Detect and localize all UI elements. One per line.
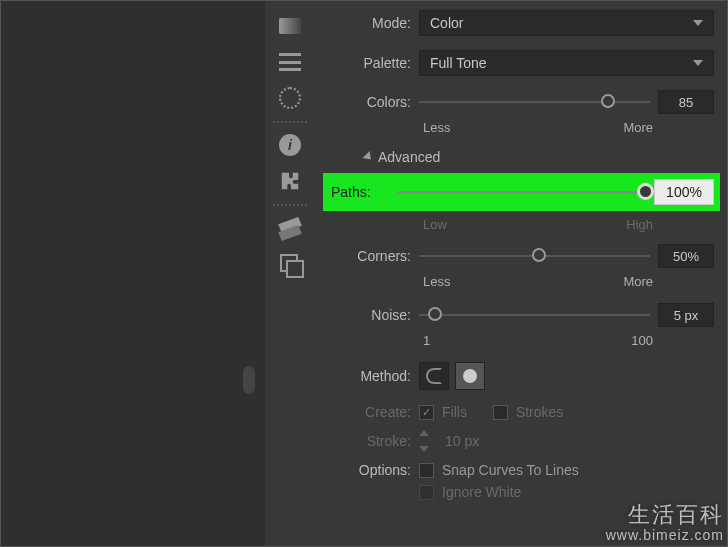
advanced-heading[interactable]: Advanced — [365, 149, 714, 165]
palette-select[interactable]: Full Tone — [419, 50, 714, 76]
corners-range-labels: Less More — [423, 274, 653, 289]
corners-slider[interactable] — [419, 246, 650, 266]
mode-row: Mode: Color — [329, 10, 714, 36]
noise-min-label: 1 — [423, 333, 430, 348]
strokes-label: Strokes — [516, 404, 563, 420]
disclosure-triangle-icon — [362, 151, 374, 163]
options-panel: Mode: Color Palette: Full Tone Colors: 8… — [315, 0, 728, 547]
puzzle-icon[interactable] — [272, 163, 308, 199]
paths-max-label: High — [626, 217, 653, 232]
slider-thumb[interactable] — [532, 248, 546, 262]
colors-row: Colors: 85 — [329, 90, 714, 114]
colors-range-labels: Less More — [423, 120, 653, 135]
panel-drag-handle[interactable] — [243, 366, 255, 394]
chevron-down-icon — [693, 60, 703, 66]
watermark-text-1: 生活百科 — [606, 503, 724, 527]
mode-label: Mode: — [329, 15, 411, 31]
two-rects-icon[interactable] — [272, 246, 308, 282]
method-row: Method: — [329, 362, 714, 390]
stroke-stepper[interactable] — [419, 430, 437, 452]
slider-thumb[interactable] — [637, 183, 654, 200]
noise-label: Noise: — [329, 307, 411, 323]
create-label: Create: — [329, 404, 411, 420]
corners-label: Corners: — [329, 248, 411, 264]
watermark: 生活百科 www.bimeiz.com — [606, 503, 724, 543]
corners-max-label: More — [623, 274, 653, 289]
info-icon[interactable]: i — [272, 127, 308, 163]
colors-slider[interactable] — [419, 92, 650, 112]
noise-slider[interactable] — [419, 305, 650, 325]
advanced-heading-text: Advanced — [378, 149, 440, 165]
paths-label: Paths: — [329, 184, 389, 200]
paths-min-label: Low — [423, 217, 447, 232]
slider-thumb[interactable] — [428, 307, 442, 321]
dotted-circle-icon[interactable] — [272, 80, 308, 116]
palette-row: Palette: Full Tone — [329, 50, 714, 76]
mode-value: Color — [430, 15, 463, 31]
strokes-checkbox[interactable] — [493, 405, 508, 420]
paths-value[interactable]: 100% — [654, 179, 714, 205]
vertical-toolbar: i — [265, 0, 315, 547]
snap-checkbox[interactable] — [419, 463, 434, 478]
stroke-value: 10 px — [445, 433, 479, 449]
create-row: Create: Fills Strokes — [329, 404, 714, 420]
toolbar-separator — [272, 120, 308, 123]
layers-icon[interactable] — [272, 210, 308, 246]
colors-value[interactable]: 85 — [658, 90, 714, 114]
corners-row: Corners: 50% — [329, 244, 714, 268]
options-row: Options: Snap Curves To Lines — [329, 462, 714, 478]
overlap-icon — [426, 368, 442, 384]
options-row-2: Ignore White — [329, 484, 714, 500]
colors-min-label: Less — [423, 120, 450, 135]
paths-slider[interactable] — [397, 182, 646, 202]
stroke-label: Stroke: — [329, 433, 411, 449]
corners-min-label: Less — [423, 274, 450, 289]
paths-row: Paths: 100% — [329, 179, 714, 205]
ignore-white-checkbox[interactable] — [419, 485, 434, 500]
colors-label: Colors: — [329, 94, 411, 110]
toolbar-separator — [272, 203, 308, 206]
noise-range-labels: 1 100 — [423, 333, 653, 348]
noise-value[interactable]: 5 px — [658, 303, 714, 327]
mode-select[interactable]: Color — [419, 10, 714, 36]
corners-value[interactable]: 50% — [658, 244, 714, 268]
lines-icon[interactable] — [272, 44, 308, 80]
fills-label: Fills — [442, 404, 467, 420]
palette-label: Palette: — [329, 55, 411, 71]
method-option-abut[interactable] — [455, 362, 485, 390]
chevron-down-icon — [693, 20, 703, 26]
method-label: Method: — [329, 368, 411, 384]
noise-row: Noise: 5 px — [329, 303, 714, 327]
gradient-icon[interactable] — [272, 8, 308, 44]
abut-icon — [463, 369, 477, 383]
method-option-overlap[interactable] — [419, 362, 449, 390]
left-empty-area — [0, 0, 265, 547]
snap-label: Snap Curves To Lines — [442, 462, 579, 478]
paths-highlight: Paths: 100% — [323, 173, 720, 211]
palette-value: Full Tone — [430, 55, 487, 71]
colors-max-label: More — [623, 120, 653, 135]
paths-range-labels: Low High — [423, 217, 653, 232]
stroke-row: Stroke: 10 px — [329, 430, 714, 452]
watermark-text-2: www.bimeiz.com — [606, 528, 724, 543]
options-label: Options: — [329, 462, 411, 478]
ignore-white-label: Ignore White — [442, 484, 521, 500]
fills-checkbox[interactable] — [419, 405, 434, 420]
slider-thumb[interactable] — [601, 94, 615, 108]
noise-max-label: 100 — [631, 333, 653, 348]
